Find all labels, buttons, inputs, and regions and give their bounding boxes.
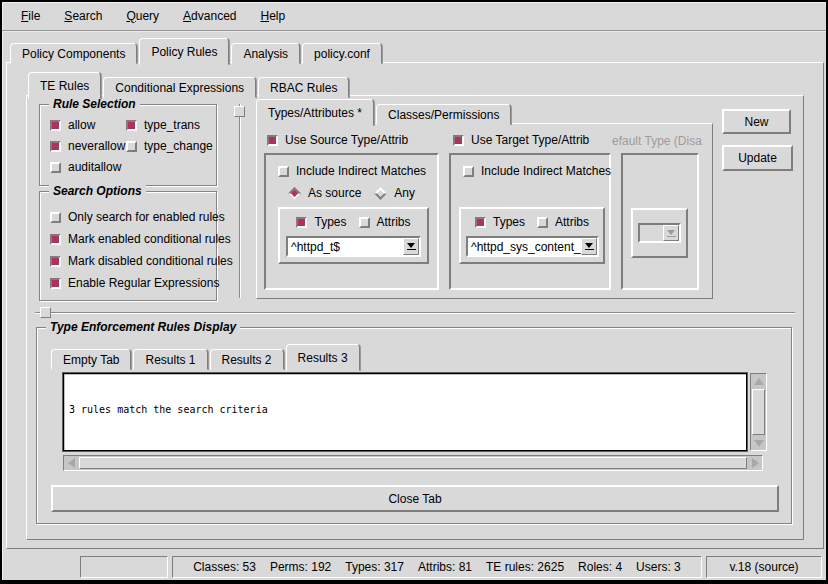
scroll-right-button[interactable] — [748, 456, 762, 470]
source-type-combobox[interactable]: ^httpd_t$ — [286, 236, 421, 257]
menu-label: A — [183, 9, 191, 23]
results-horizontal-scrollbar[interactable] — [63, 455, 763, 471]
rule-selection-title: Rule Selection — [49, 97, 140, 111]
checkbox-indicator — [126, 120, 137, 131]
update-button[interactable]: Update — [722, 145, 793, 171]
arrow-right-icon — [752, 458, 759, 468]
checkbox-label: Only search for enabled rules — [68, 210, 225, 224]
checkbox-target-types[interactable]: Types — [475, 215, 525, 229]
checkbox-source-attribs[interactable]: Attribs — [359, 215, 411, 229]
chevron-down-icon — [667, 230, 675, 235]
checkbox-indicator — [126, 141, 137, 152]
close-tab-button[interactable]: Close Tab — [51, 485, 779, 512]
policy-version: v.18 (source) — [729, 560, 798, 574]
scroll-up-button[interactable] — [751, 374, 766, 388]
radio-indicator — [374, 187, 387, 200]
checkbox-mark-disabled[interactable]: Mark disabled conditional rules — [50, 254, 216, 268]
horizontal-sash-handle[interactable] — [40, 307, 51, 318]
checkbox-label: allow — [68, 118, 95, 132]
checkbox-indicator — [50, 278, 61, 289]
radio-label: As source — [308, 186, 361, 200]
tab-results-1[interactable]: Results 1 — [133, 349, 207, 370]
checkbox-indicator — [453, 135, 464, 146]
menu-help[interactable]: Help — [251, 6, 294, 26]
scroll-left-button[interactable] — [64, 456, 78, 470]
checkbox-label: Include Indirect Matches — [481, 164, 611, 178]
results-vertical-scrollbar[interactable] — [750, 373, 767, 451]
tab-te-rules[interactable]: TE Rules — [28, 72, 101, 99]
results-text: 3 rules match the search criteria (5822)… — [63, 373, 747, 451]
tab-results-2[interactable]: Results 2 — [210, 349, 284, 370]
new-button[interactable]: New — [722, 109, 791, 134]
checkbox-target-indirect[interactable]: Include Indirect Matches — [463, 164, 611, 178]
checkbox-mark-enabled[interactable]: Mark enabled conditional rules — [50, 232, 216, 246]
checkbox-indicator — [50, 234, 61, 245]
source-combo-arrow-button[interactable] — [403, 238, 419, 255]
stat-classes: Classes: 53 — [193, 560, 256, 574]
tab-policy-rules[interactable]: Policy Rules — [139, 38, 229, 65]
vertical-scroll-thumb[interactable] — [752, 389, 765, 435]
checkbox-use-target[interactable]: Use Target Type/Attrib — [453, 133, 589, 147]
search-options-frame: Search Options Only search for enabled r… — [39, 191, 217, 301]
rules-display-frame: Type Enforcement Rules Display Empty Tab… — [36, 327, 792, 524]
checkbox-indicator — [50, 162, 61, 173]
source-type-value[interactable]: ^httpd_t$ — [288, 238, 403, 255]
scroll-down-button[interactable] — [751, 436, 766, 450]
tab-rbac-rules[interactable]: RBAC Rules — [258, 77, 349, 98]
checkbox-type-trans[interactable]: type_trans — [126, 118, 216, 132]
arrow-left-icon — [68, 458, 75, 468]
checkbox-indicator — [463, 166, 474, 177]
tab-policy-components[interactable]: Policy Components — [10, 43, 137, 64]
target-types-frame: Types Attribs ^httpd_sys_content_t$ — [459, 207, 605, 264]
te-rules-content: Rule Selection allow type_trans neverall… — [26, 95, 804, 540]
stat-types: Types: 317 — [345, 560, 404, 574]
checkbox-type-change[interactable]: type_change — [126, 139, 216, 153]
rules-display-title: Type Enforcement Rules Display — [46, 320, 240, 334]
menu-search[interactable]: Search — [55, 6, 111, 26]
tab-empty-tab[interactable]: Empty Tab — [51, 349, 131, 370]
stat-attribs: Attribs: 81 — [418, 560, 472, 574]
stat-roles: Roles: 4 — [578, 560, 622, 574]
search-options-title: Search Options — [49, 184, 146, 198]
vertical-sash-handle[interactable] — [234, 106, 245, 117]
checkbox-use-source[interactable]: Use Source Type/Attrib — [267, 133, 408, 147]
default-type-frame — [621, 153, 699, 290]
checkbox-indicator — [50, 256, 61, 267]
horizontal-scroll-thumb[interactable] — [79, 457, 747, 469]
combo-bar-icon — [585, 249, 594, 250]
types-attributes-tabs: Types/Attributes * Classes/Permissions — [256, 99, 513, 125]
results-tabs: Empty Tab Results 1 Results 2 Results 3 — [51, 344, 362, 370]
default-type-label: efault Type (Disa — [612, 134, 712, 148]
checkbox-source-indirect[interactable]: Include Indirect Matches — [278, 164, 426, 178]
tab-results-3[interactable]: Results 3 — [286, 344, 360, 371]
chevron-down-icon — [407, 243, 415, 248]
radio-any[interactable]: Any — [374, 186, 415, 200]
tab-classes-permissions[interactable]: Classes/Permissions — [376, 104, 511, 125]
checkbox-only-enabled[interactable]: Only search for enabled rules — [50, 210, 216, 224]
tab-conditional-expressions[interactable]: Conditional Expressions — [103, 77, 256, 98]
menu-query[interactable]: Query — [117, 6, 168, 26]
checkbox-indicator — [475, 217, 486, 228]
menu-advanced[interactable]: Advanced — [174, 6, 245, 26]
tab-policy-conf[interactable]: policy.conf — [302, 43, 382, 64]
target-type-value[interactable]: ^httpd_sys_content_t$ — [468, 238, 581, 255]
target-combo-arrow-button[interactable] — [581, 238, 597, 255]
checkbox-auditallow[interactable]: auditallow — [50, 160, 126, 174]
checkbox-allow[interactable]: allow — [50, 118, 126, 132]
menu-file[interactable]: File — [12, 6, 49, 26]
checkbox-indicator — [50, 212, 61, 223]
radio-as-source[interactable]: As source — [288, 186, 361, 200]
checkbox-target-attribs[interactable]: Attribs — [537, 215, 589, 229]
checkbox-source-types[interactable]: Types — [296, 215, 346, 229]
te-rules-tabs: TE Rules Conditional Expressions RBAC Ru… — [28, 72, 351, 98]
checkbox-label: Mark disabled conditional rules — [68, 254, 233, 268]
tab-types-attributes[interactable]: Types/Attributes * — [256, 99, 374, 126]
menu-label: dvanced — [191, 9, 236, 23]
checkbox-neverallow[interactable]: neverallow — [50, 139, 126, 153]
checkbox-enable-regex[interactable]: Enable Regular Expressions — [50, 276, 216, 290]
tab-analysis[interactable]: Analysis — [231, 43, 300, 64]
vertical-sash[interactable] — [239, 104, 241, 298]
horizontal-sash[interactable] — [35, 312, 795, 314]
target-type-combobox[interactable]: ^httpd_sys_content_t$ — [466, 236, 599, 257]
default-type-value — [640, 225, 663, 241]
